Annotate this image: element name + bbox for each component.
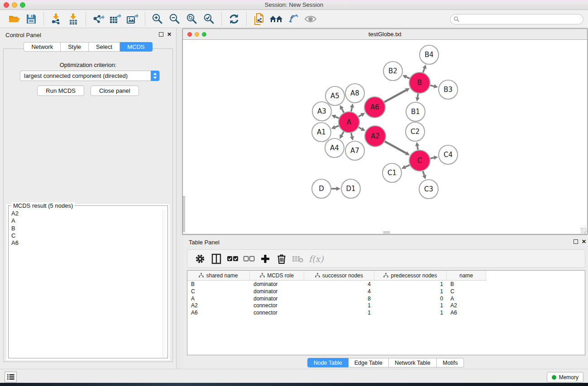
table-cell[interactable]: A [187, 295, 250, 302]
import-network-button[interactable] [48, 12, 64, 26]
function-builder-button[interactable]: f(x) [309, 254, 324, 264]
edge-A-A2[interactable] [359, 127, 362, 129]
open-session-button[interactable] [6, 12, 22, 26]
duplicate-network-button[interactable] [251, 12, 267, 26]
select-all-rows-button[interactable] [225, 252, 241, 266]
table-cell[interactable]: 1 [304, 302, 374, 309]
edge-C-C2[interactable] [417, 146, 418, 150]
edge-C-C4[interactable] [430, 157, 434, 158]
result-list-item[interactable]: C [10, 232, 162, 239]
table-row[interactable]: A6connector11A6 [187, 309, 585, 316]
close-panel-icon[interactable]: ✕ [582, 238, 586, 245]
home-button[interactable] [268, 12, 284, 26]
table-row[interactable]: Adominator80A [187, 295, 585, 302]
table-cell[interactable]: A2 [447, 302, 486, 309]
export-image-button[interactable] [125, 12, 140, 26]
graph-node-A4[interactable]: A4 [325, 138, 344, 157]
canvas-vertical-scrollbar[interactable] [183, 196, 185, 232]
table-cell[interactable]: dominator [250, 288, 304, 295]
table-cell[interactable]: B [187, 281, 250, 288]
delete-rows-button[interactable] [273, 252, 290, 266]
import-table-button[interactable] [66, 12, 81, 26]
tab-mcds[interactable]: MCDS [120, 42, 152, 52]
tab-network-table[interactable]: Network Table [389, 358, 437, 367]
tab-style[interactable]: Style [61, 42, 89, 52]
table-cell[interactable]: A [447, 295, 486, 302]
table-cell[interactable]: B [447, 281, 486, 288]
optimization-criterion-select[interactable]: largest connected component (directed) [20, 71, 160, 81]
graph-node-A[interactable]: A [339, 112, 359, 133]
add-row-button[interactable] [257, 252, 273, 266]
graph-node-A1[interactable]: A1 [312, 123, 331, 142]
memory-button[interactable]: Memory [547, 372, 583, 382]
table-cell[interactable]: A6 [187, 309, 250, 316]
table-cell[interactable]: connector [250, 302, 304, 309]
graph-node-B2[interactable]: B2 [383, 62, 402, 81]
result-list-item[interactable]: A2 [10, 210, 162, 217]
table-cell[interactable]: 1 [374, 302, 447, 309]
search-input[interactable] [461, 16, 583, 23]
show-console-button[interactable] [5, 372, 17, 382]
table-options-button[interactable] [192, 252, 208, 266]
graph-node-A6[interactable]: A6 [364, 97, 385, 118]
show-columns-button[interactable] [208, 252, 225, 266]
close-panel-icon[interactable]: ✕ [167, 31, 172, 38]
export-network-button[interactable] [91, 12, 106, 26]
result-list-item[interactable]: A [10, 217, 162, 224]
graph-node-C[interactable]: C [409, 150, 430, 171]
result-list-scrollbar[interactable] [163, 210, 167, 357]
edge-B-B3[interactable] [430, 86, 434, 86]
edge-A-A8[interactable] [351, 107, 352, 111]
column-header-name[interactable]: name [447, 271, 486, 281]
edge-C-C3[interactable] [423, 171, 424, 176]
graph-node-B1[interactable]: B1 [406, 102, 425, 121]
column-header-predecessor-nodes[interactable]: predecessor nodes [374, 271, 447, 281]
show-hide-panel-button[interactable] [303, 12, 318, 26]
edge-B-B2[interactable] [406, 77, 410, 78]
edge-A-A6[interactable] [359, 115, 362, 117]
edge-C-C1[interactable] [405, 165, 410, 167]
close-panel-button[interactable]: Close panel [91, 86, 139, 96]
graph-node-C4[interactable]: C4 [439, 145, 458, 164]
tab-select[interactable]: Select [89, 42, 120, 52]
table-cell[interactable]: C [447, 288, 486, 295]
graph-node-C3[interactable]: C3 [419, 180, 438, 199]
table-cell[interactable]: dominator [250, 295, 304, 302]
float-panel-icon[interactable] [159, 32, 163, 37]
column-header-MCDS-role[interactable]: MCDS role [250, 271, 304, 281]
graph-node-A2[interactable]: A2 [365, 126, 386, 147]
network-canvas[interactable]: B4B2BB3A8A5A6A3B1AA1C2A2A4A7C4CC1C3DD1 [183, 40, 587, 234]
table-cell[interactable]: 4 [304, 281, 374, 288]
result-list-item[interactable]: B [10, 225, 162, 232]
edge-A-A3[interactable] [335, 117, 339, 118]
edge-A-A4[interactable] [342, 132, 344, 135]
table-cell[interactable]: 1 [374, 288, 447, 295]
graph-node-A7[interactable]: A7 [345, 141, 364, 160]
table-cell[interactable]: 1 [374, 281, 447, 288]
table-cell[interactable]: 4 [304, 288, 374, 295]
mcds-result-list[interactable]: A2ABCA6 [10, 210, 162, 357]
graph-node-A5[interactable]: A5 [325, 86, 344, 105]
table-cell[interactable]: C [187, 288, 250, 295]
edge-A6-B[interactable] [384, 90, 406, 102]
graph-node-C1[interactable]: C1 [382, 163, 402, 182]
window-resize-grip[interactable] [581, 228, 587, 234]
table-cell[interactable]: 8 [304, 295, 374, 302]
zoom-selected-button[interactable] [201, 12, 217, 26]
search-field[interactable] [450, 14, 583, 24]
graph-node-B[interactable]: B [409, 72, 430, 93]
zoom-fit-content-button[interactable] [184, 12, 200, 26]
tab-edge-table[interactable]: Edge Table [349, 358, 389, 367]
edge-B-B4[interactable] [423, 68, 425, 72]
table-row[interactable]: Cdominator41C [187, 288, 585, 295]
deselect-all-rows-button[interactable] [241, 252, 257, 266]
hide-graphics-details-button[interactable]: f [286, 12, 301, 26]
float-panel-icon[interactable] [574, 239, 578, 244]
refresh-view-button[interactable] [226, 12, 242, 26]
save-session-button[interactable] [24, 12, 39, 26]
table-row[interactable]: Bdominator41B [187, 281, 585, 288]
network-window-titlebar[interactable]: testGlobe.txt [183, 29, 587, 40]
tab-motifs[interactable]: Motifs [437, 358, 464, 367]
tab-network[interactable]: Network [24, 42, 61, 52]
run-mcds-button[interactable]: Run MCDS [37, 86, 84, 96]
